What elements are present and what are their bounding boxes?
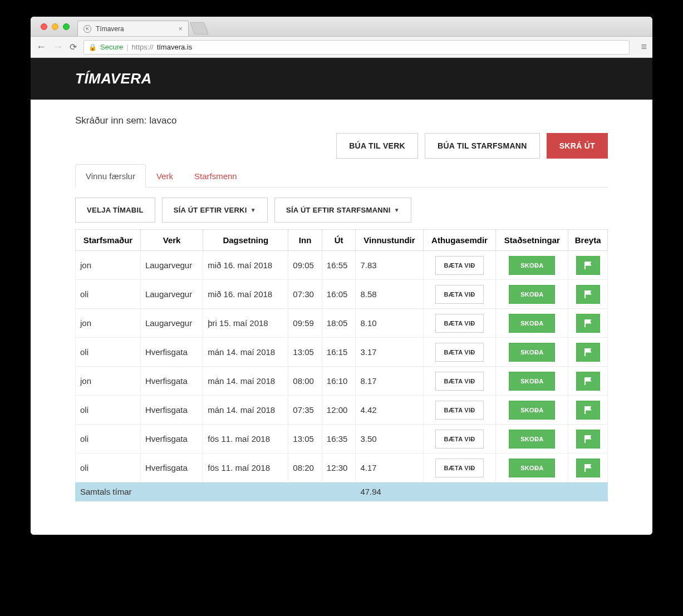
cell-date: mán 14. maí 2018 — [203, 367, 288, 396]
cell-out: 12:30 — [322, 454, 356, 482]
cell-out: 16:55 — [322, 251, 356, 280]
view-location-button[interactable]: SKOÐA — [509, 343, 555, 362]
filter-project-button[interactable]: SÍA ÚT EFTIR VERKI ▼ — [162, 198, 268, 223]
cell-hours: 8.58 — [356, 280, 423, 309]
menu-icon[interactable]: ≡ — [641, 41, 647, 53]
logout-button[interactable]: SKRÁ ÚT — [547, 133, 608, 159]
view-location-button[interactable]: SKOÐA — [509, 314, 555, 333]
filter-employee-button[interactable]: SÍA ÚT EFTIR STARFSMANNI ▼ — [274, 198, 411, 223]
total-label: Samtals tímar — [76, 482, 356, 501]
cell-date: mið 16. maí 2018 — [203, 280, 288, 309]
view-location-button[interactable]: SKOÐA — [509, 256, 555, 275]
logged-in-status: Skráður inn sem: lavaco — [75, 115, 608, 126]
cell-hours: 8.17 — [356, 367, 423, 396]
filter-employee-label: SÍA ÚT EFTIR STARFSMANNI — [286, 206, 391, 214]
edit-button[interactable] — [576, 343, 600, 362]
cell-in: 13:05 — [288, 425, 322, 454]
url-protocol: https:// — [132, 43, 154, 51]
edit-button[interactable] — [576, 285, 600, 304]
flag-icon — [584, 262, 592, 268]
flag-icon — [584, 291, 592, 297]
cell-date: mán 14. maí 2018 — [203, 338, 288, 367]
add-note-button[interactable]: BÆTA VIÐ — [435, 256, 483, 275]
col-project: Verk — [140, 230, 203, 251]
add-note-button[interactable]: BÆTA VIÐ — [435, 459, 483, 477]
cell-employee: oli — [76, 396, 141, 425]
caret-down-icon: ▼ — [394, 207, 400, 213]
maximize-window-icon[interactable] — [63, 23, 70, 30]
cell-project: Hverfisgata — [140, 396, 203, 425]
forward-icon[interactable]: → — [53, 41, 63, 53]
page: TÍMAVERA Skráður inn sem: lavaco BÚA TIL… — [31, 58, 652, 535]
new-tab-button[interactable] — [190, 22, 209, 35]
address-bar[interactable]: 🔒 Secure | https://tímavera.is — [83, 40, 630, 55]
col-date: Dagsetning — [203, 230, 288, 251]
browser-tabbar: K Tímavera × — [31, 17, 652, 37]
cell-out: 16:35 — [322, 425, 356, 454]
view-location-button[interactable]: SKOÐA — [509, 459, 555, 477]
col-locations: Staðsetningar — [496, 230, 568, 251]
cell-out: 12:00 — [322, 396, 356, 425]
back-icon[interactable]: ← — [36, 41, 46, 53]
tab-projects[interactable]: Verk — [146, 164, 184, 188]
cell-out: 16:15 — [322, 338, 356, 367]
brand-logo: TÍMAVERA — [75, 70, 152, 87]
add-note-button[interactable]: BÆTA VIÐ — [435, 430, 483, 449]
cell-employee: oli — [76, 454, 141, 482]
create-project-button[interactable]: BÚA TIL VERK — [336, 133, 418, 159]
view-location-button[interactable]: SKOÐA — [509, 285, 555, 304]
col-in: Inn — [288, 230, 322, 251]
edit-button[interactable] — [576, 372, 600, 391]
view-location-button[interactable]: SKOÐA — [509, 372, 555, 391]
flag-icon — [584, 465, 592, 470]
flag-icon — [584, 407, 592, 412]
select-period-button[interactable]: VELJA TÍMABIL — [75, 198, 155, 223]
browser-tab[interactable]: K Tímavera × — [77, 21, 189, 36]
minimize-window-icon[interactable] — [52, 23, 58, 30]
cell-date: þri 15. maí 2018 — [203, 309, 288, 338]
col-hours: Vinnustundir — [356, 230, 423, 251]
view-location-button[interactable]: SKOÐA — [509, 430, 555, 449]
lock-icon: 🔒 — [89, 43, 97, 51]
cell-project: Hverfisgata — [140, 454, 203, 482]
flag-icon — [584, 436, 592, 441]
add-note-button[interactable]: BÆTA VIÐ — [435, 372, 483, 391]
add-note-button[interactable]: BÆTA VIÐ — [435, 343, 483, 362]
cell-in: 09:05 — [288, 251, 322, 280]
content-tabs: Vinnu færslur Verk Starfsmenn — [75, 164, 608, 188]
cell-hours: 7.83 — [356, 251, 423, 280]
flag-icon — [584, 320, 592, 326]
edit-button[interactable] — [576, 401, 600, 420]
add-note-button[interactable]: BÆTA VIÐ — [435, 401, 483, 420]
action-row: BÚA TIL VERK BÚA TIL STARFSMANN SKRÁ ÚT — [75, 133, 608, 159]
cell-project: Laugarvegur — [140, 309, 203, 338]
edit-button[interactable] — [576, 430, 600, 449]
secure-label: Secure — [100, 43, 123, 51]
cell-in: 08:00 — [288, 367, 322, 396]
table-row: oliHverfisgatamán 14. maí 201807:3512:00… — [76, 396, 608, 425]
cell-hours: 3.17 — [356, 338, 423, 367]
add-note-button[interactable]: BÆTA VIÐ — [435, 285, 483, 304]
edit-button[interactable] — [576, 256, 600, 275]
close-tab-icon[interactable]: × — [178, 24, 183, 33]
tab-entries[interactable]: Vinnu færslur — [75, 164, 146, 188]
cell-employee: jon — [76, 251, 141, 280]
browser-window: K Tímavera × ← → ⟳ 🔒 Secure | https://tí… — [31, 17, 652, 535]
reload-icon[interactable]: ⟳ — [70, 42, 77, 52]
close-window-icon[interactable] — [41, 23, 47, 30]
cell-project: Laugarvegur — [140, 280, 203, 309]
cell-employee: oli — [76, 338, 141, 367]
tab-employees[interactable]: Starfsmenn — [184, 164, 248, 188]
cell-date: fös 11. maí 2018 — [203, 454, 288, 482]
edit-button[interactable] — [576, 459, 600, 477]
create-employee-button[interactable]: BÚA TIL STARFSMANN — [425, 133, 540, 159]
edit-button[interactable] — [576, 314, 600, 333]
cell-out: 16:10 — [322, 367, 356, 396]
col-notes: Athugasemdir — [423, 230, 496, 251]
view-location-button[interactable]: SKOÐA — [509, 401, 555, 420]
add-note-button[interactable]: BÆTA VIÐ — [435, 314, 483, 333]
cell-hours: 8.10 — [356, 309, 423, 338]
table-row: oliLaugarvegurmið 16. maí 201807:3016:05… — [76, 280, 608, 309]
cell-employee: jon — [76, 367, 141, 396]
col-employee: Starfsmaður — [76, 230, 141, 251]
